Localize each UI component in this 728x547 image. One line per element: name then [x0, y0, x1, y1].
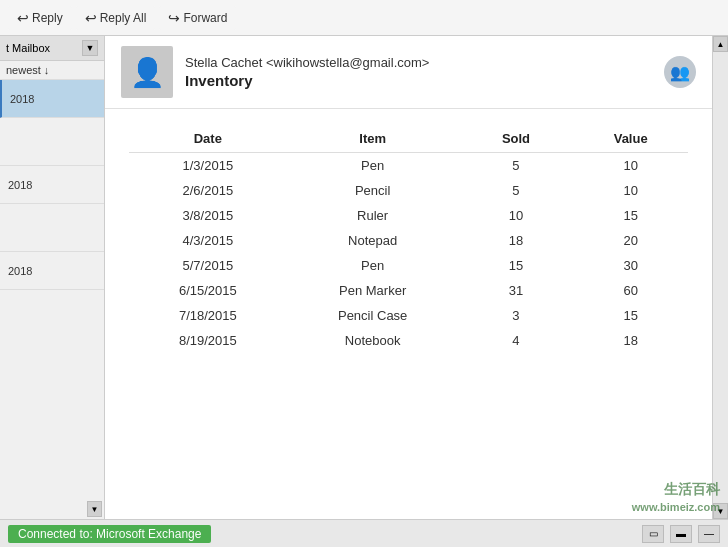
reply-all-icon: ↩: [85, 10, 97, 26]
table-row: 5/7/2015Pen1530: [129, 253, 688, 278]
cell-date-5: 6/15/2015: [129, 278, 287, 303]
email-body: Date Item Sold Value 1/3/2015Pen5102/6/2…: [105, 109, 712, 519]
reply-icon: ↩: [17, 10, 29, 26]
cell-item-1: Pencil: [287, 178, 459, 203]
cell-sold-7: 4: [459, 328, 574, 353]
contact-person-icon: 👥: [670, 63, 690, 82]
scroll-down-button[interactable]: ▼: [713, 503, 728, 519]
status-icon-double[interactable]: ▬: [670, 525, 692, 543]
cell-date-3: 4/3/2015: [129, 228, 287, 253]
sidebar-item-2[interactable]: 2018: [0, 166, 104, 204]
status-bar: Connected to: Microsoft Exchange ▭ ▬ —: [0, 519, 728, 547]
avatar: 👤: [121, 46, 173, 98]
sidebar-header: t Mailbox ▼: [0, 36, 104, 61]
email-info: Stella Cachet <wikihowstella@gmail.com> …: [185, 55, 652, 89]
toolbar: ↩ Reply ↩ Reply All ↪ Forward: [0, 0, 728, 36]
email-header: 👤 Stella Cachet <wikihowstella@gmail.com…: [105, 36, 712, 109]
cell-sold-4: 15: [459, 253, 574, 278]
sidebar-item-0[interactable]: 2018: [0, 80, 104, 118]
col-header-date: Date: [129, 125, 287, 153]
status-connected: Connected to: Microsoft Exchange: [8, 525, 211, 543]
cell-date-1: 2/6/2015: [129, 178, 287, 203]
sort-arrow-icon: ↓: [44, 64, 50, 76]
reply-all-button[interactable]: ↩ Reply All: [76, 6, 156, 30]
table-row: 6/15/2015Pen Marker3160: [129, 278, 688, 303]
table-row: 2/6/2015Pencil510: [129, 178, 688, 203]
table-row: 7/18/2015Pencil Case315: [129, 303, 688, 328]
cell-sold-2: 10: [459, 203, 574, 228]
cell-sold-0: 5: [459, 153, 574, 179]
avatar-person-icon: 👤: [130, 56, 165, 89]
sidebar-scroll-controls: ▼: [0, 499, 104, 519]
cell-item-6: Pencil Case: [287, 303, 459, 328]
forward-button[interactable]: ↪ Forward: [159, 6, 236, 30]
cell-value-0: 10: [573, 153, 688, 179]
cell-date-4: 5/7/2015: [129, 253, 287, 278]
reply-button[interactable]: ↩ Reply: [8, 6, 72, 30]
sidebar-item-label-2: 2018: [8, 179, 32, 191]
sidebar-list: 2018 2018 2018: [0, 80, 104, 499]
sidebar-scroll-down-button[interactable]: ▼: [87, 501, 102, 517]
scroll-track[interactable]: [713, 52, 728, 503]
cell-sold-6: 3: [459, 303, 574, 328]
table-row: 4/3/2015Notepad1820: [129, 228, 688, 253]
cell-sold-5: 31: [459, 278, 574, 303]
cell-value-6: 15: [573, 303, 688, 328]
status-icon-minus[interactable]: —: [698, 525, 720, 543]
cell-item-0: Pen: [287, 153, 459, 179]
mailbox-dropdown-icon[interactable]: ▼: [82, 40, 98, 56]
cell-item-5: Pen Marker: [287, 278, 459, 303]
sidebar-item-label-4: 2018: [8, 265, 32, 277]
reply-label: Reply: [32, 11, 63, 25]
email-from: Stella Cachet <wikihowstella@gmail.com>: [185, 55, 652, 70]
cell-sold-3: 18: [459, 228, 574, 253]
sidebar-item-1[interactable]: [0, 118, 104, 166]
cell-date-0: 1/3/2015: [129, 153, 287, 179]
col-header-value: Value: [573, 125, 688, 153]
col-header-item: Item: [287, 125, 459, 153]
sort-label: newest: [6, 64, 41, 76]
right-panel: 👤 Stella Cachet <wikihowstella@gmail.com…: [105, 36, 728, 519]
main-layout: t Mailbox ▼ newest ↓ 2018 2018: [0, 36, 728, 519]
scroll-up-button[interactable]: ▲: [713, 36, 728, 52]
forward-label: Forward: [183, 11, 227, 25]
cell-value-1: 10: [573, 178, 688, 203]
cell-value-4: 30: [573, 253, 688, 278]
cell-item-7: Notebook: [287, 328, 459, 353]
reply-all-label: Reply All: [100, 11, 147, 25]
cell-sold-1: 5: [459, 178, 574, 203]
sidebar-sort: newest ↓: [0, 61, 104, 80]
content-scrollbar: ▲ ▼: [712, 36, 728, 519]
cell-date-7: 8/19/2015: [129, 328, 287, 353]
contact-icon[interactable]: 👥: [664, 56, 696, 88]
sidebar-item-label-0: 2018: [10, 93, 34, 105]
table-row: 1/3/2015Pen510: [129, 153, 688, 179]
cell-value-7: 18: [573, 328, 688, 353]
table-header-row: Date Item Sold Value: [129, 125, 688, 153]
cell-value-3: 20: [573, 228, 688, 253]
sidebar: t Mailbox ▼ newest ↓ 2018 2018: [0, 36, 105, 519]
email-subject: Inventory: [185, 72, 652, 89]
col-header-sold: Sold: [459, 125, 574, 153]
app-container: ↩ Reply ↩ Reply All ↪ Forward t Mailbox …: [0, 0, 728, 547]
table-row: 3/8/2015Ruler1015: [129, 203, 688, 228]
cell-item-3: Notepad: [287, 228, 459, 253]
cell-date-6: 7/18/2015: [129, 303, 287, 328]
mailbox-label: t Mailbox: [6, 42, 80, 54]
cell-value-5: 60: [573, 278, 688, 303]
forward-icon: ↪: [168, 10, 180, 26]
status-icons: ▭ ▬ —: [642, 525, 720, 543]
cell-item-2: Ruler: [287, 203, 459, 228]
sidebar-item-4[interactable]: 2018: [0, 252, 104, 290]
inventory-table: Date Item Sold Value 1/3/2015Pen5102/6/2…: [129, 125, 688, 353]
cell-date-2: 3/8/2015: [129, 203, 287, 228]
cell-value-2: 15: [573, 203, 688, 228]
table-row: 8/19/2015Notebook418: [129, 328, 688, 353]
content-area: 👤 Stella Cachet <wikihowstella@gmail.com…: [105, 36, 712, 519]
sidebar-item-3[interactable]: [0, 204, 104, 252]
cell-item-4: Pen: [287, 253, 459, 278]
status-icon-single[interactable]: ▭: [642, 525, 664, 543]
